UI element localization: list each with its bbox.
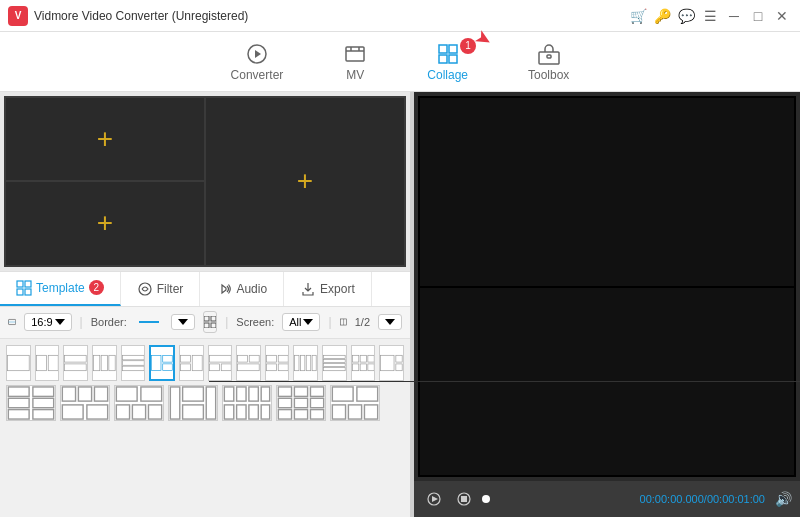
svg-rect-33 <box>152 355 162 370</box>
tab-template-label: Template <box>36 281 85 295</box>
tab-audio[interactable]: Audio <box>200 272 284 306</box>
tab-bar: Template 2 Filter Audio <box>0 271 410 307</box>
template-thumb-11[interactable] <box>293 345 318 381</box>
svg-rect-47 <box>266 363 276 370</box>
svg-rect-74 <box>94 386 107 400</box>
svg-rect-18 <box>204 323 209 328</box>
template-thumb-20[interactable] <box>276 385 326 421</box>
template-thumb-9[interactable] <box>236 345 261 381</box>
svg-rect-69 <box>33 398 54 407</box>
left-panel: + + + Template 2 <box>0 92 410 517</box>
svg-rect-49 <box>295 355 300 370</box>
template-thumb-6[interactable] <box>149 345 175 381</box>
svg-marker-109 <box>432 496 438 502</box>
svg-rect-51 <box>307 355 312 370</box>
template-thumb-13[interactable] <box>351 345 376 381</box>
svg-rect-111 <box>461 496 467 502</box>
preview-cell-bottom <box>420 288 794 476</box>
svg-point-13 <box>139 283 151 295</box>
stop-button[interactable] <box>452 487 476 511</box>
chat-icon[interactable]: 💬 <box>676 6 696 26</box>
svg-rect-31 <box>122 360 144 365</box>
tab-filter[interactable]: Filter <box>121 272 201 306</box>
svg-rect-28 <box>101 355 107 370</box>
template-thumb-5[interactable] <box>121 345 146 381</box>
tab-template[interactable]: Template 2 <box>0 272 121 306</box>
template-thumb-7[interactable] <box>179 345 204 381</box>
volume-icon[interactable]: 🔊 <box>775 491 792 507</box>
svg-rect-2 <box>346 47 364 61</box>
svg-rect-86 <box>224 386 233 400</box>
template-thumb-2[interactable] <box>35 345 60 381</box>
svg-marker-1 <box>255 50 261 58</box>
template-thumb-14[interactable] <box>379 345 404 381</box>
svg-rect-56 <box>324 367 346 370</box>
svg-rect-22 <box>7 355 29 370</box>
collage-cell-top-left[interactable]: + <box>6 98 204 180</box>
tab-export[interactable]: Export <box>284 272 372 306</box>
svg-rect-4 <box>449 45 457 53</box>
nav-item-converter[interactable]: Converter <box>221 36 294 88</box>
template-thumb-3[interactable] <box>63 345 88 381</box>
template-thumb-10[interactable] <box>265 345 290 381</box>
maximize-icon[interactable]: □ <box>748 6 768 26</box>
template-thumb-15[interactable] <box>6 385 56 421</box>
template-thumb-17[interactable] <box>114 385 164 421</box>
border-width-select[interactable] <box>171 314 195 330</box>
screen-select[interactable]: All <box>282 313 320 331</box>
add-clip-icon-bottom: + <box>97 207 113 239</box>
template-thumb-16[interactable] <box>60 385 110 421</box>
template-thumb-8[interactable] <box>208 345 233 381</box>
nav-item-collage[interactable]: ➤ Collage 1 <box>417 36 478 88</box>
split-label: 1/2 <box>355 316 370 328</box>
svg-rect-16 <box>204 316 209 321</box>
svg-rect-107 <box>364 404 377 418</box>
collage-canvas: + + + <box>4 96 406 267</box>
template-thumb-12[interactable] <box>322 345 347 381</box>
svg-rect-87 <box>237 386 246 400</box>
key-icon[interactable]: 🔑 <box>652 6 672 26</box>
svg-rect-65 <box>396 363 402 370</box>
split-select[interactable] <box>378 314 402 330</box>
minimize-icon[interactable]: ─ <box>724 6 744 26</box>
template-thumb-18[interactable] <box>168 385 218 421</box>
main-content: + + + Template 2 <box>0 92 800 517</box>
svg-rect-9 <box>17 281 23 287</box>
close-icon[interactable]: ✕ <box>772 6 792 26</box>
nav-item-mv[interactable]: MV <box>333 36 377 88</box>
svg-rect-60 <box>352 363 358 370</box>
template-thumb-4[interactable] <box>92 345 117 381</box>
svg-rect-8 <box>547 55 551 58</box>
svg-rect-75 <box>62 404 83 418</box>
template-thumb-19[interactable] <box>222 385 272 421</box>
svg-rect-104 <box>357 386 378 400</box>
aspect-ratio-select[interactable]: 16:9 <box>24 313 71 331</box>
svg-rect-35 <box>163 363 173 370</box>
svg-rect-96 <box>310 386 323 395</box>
svg-rect-24 <box>48 355 58 370</box>
collage-cell-right-large[interactable]: + <box>206 98 404 265</box>
add-clip-icon-large: + <box>297 165 313 197</box>
svg-rect-34 <box>163 355 173 362</box>
svg-rect-57 <box>352 355 358 362</box>
svg-rect-92 <box>249 404 258 418</box>
nav-item-toolbox[interactable]: Toolbox <box>518 36 579 88</box>
border-line <box>139 321 159 323</box>
collage-cell-bottom-left[interactable]: + <box>6 182 204 264</box>
svg-rect-90 <box>224 404 233 418</box>
svg-rect-26 <box>65 363 87 370</box>
template-thumb-21[interactable] <box>330 385 380 421</box>
svg-rect-80 <box>132 404 145 418</box>
svg-rect-46 <box>278 355 288 362</box>
svg-rect-53 <box>324 355 346 358</box>
menu-icon[interactable]: ☰ <box>700 6 720 26</box>
template-thumb-1[interactable] <box>6 345 31 381</box>
svg-rect-89 <box>261 386 270 400</box>
svg-rect-61 <box>360 363 366 370</box>
title-bar: V Vidmore Video Converter (Unregistered)… <box>0 0 800 32</box>
cart-icon[interactable]: 🛒 <box>628 6 648 26</box>
svg-rect-36 <box>180 355 190 362</box>
play-button[interactable] <box>422 487 446 511</box>
border-grid-icon[interactable] <box>203 311 217 333</box>
tab-export-label: Export <box>320 282 355 296</box>
